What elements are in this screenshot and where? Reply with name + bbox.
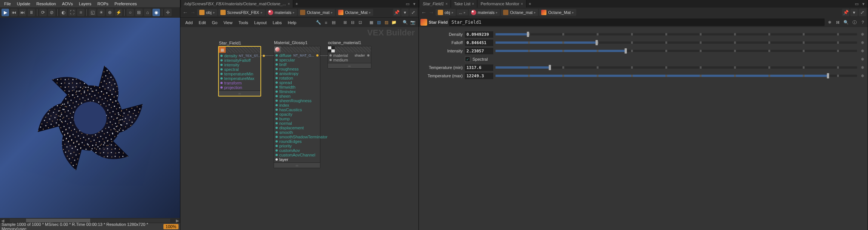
input-port[interactable] bbox=[329, 59, 332, 61]
port-spread[interactable]: spread bbox=[275, 80, 319, 85]
search-icon[interactable]: 🔍 bbox=[843, 19, 850, 26]
port-intensityFalloff[interactable]: intensityFalloff bbox=[220, 58, 259, 63]
contrast-icon[interactable]: ◐ bbox=[60, 9, 67, 16]
port-temperatureMin[interactable]: temperatureMin bbox=[220, 72, 259, 76]
menu-labs[interactable]: Labs bbox=[270, 19, 285, 26]
port-customAovChannel[interactable]: customAovChannel bbox=[275, 153, 319, 157]
port-layer[interactable]: layer bbox=[275, 157, 319, 162]
render-viewport[interactable] bbox=[0, 18, 180, 218]
port-index[interactable]: index bbox=[275, 103, 319, 107]
viewport-scrollbar[interactable]: ◀ ▶ bbox=[0, 218, 180, 223]
add-tab-button[interactable]: + bbox=[293, 1, 300, 7]
port-smoothShadowTerminator[interactable]: smoothShadowTerminator bbox=[275, 135, 319, 139]
port-roughness[interactable]: roughness bbox=[275, 67, 319, 71]
value-field[interactable]: 0.0949239 bbox=[465, 31, 493, 38]
input-port[interactable] bbox=[275, 86, 278, 88]
input-port[interactable] bbox=[220, 68, 223, 71]
input-port[interactable] bbox=[275, 81, 278, 84]
input-port[interactable] bbox=[275, 95, 278, 97]
menu-help[interactable]: Help bbox=[285, 19, 299, 26]
flag3-icon[interactable]: ▨ bbox=[383, 19, 390, 26]
input-port[interactable] bbox=[275, 136, 278, 138]
input-port[interactable] bbox=[275, 90, 278, 93]
node-handle[interactable]: ═ bbox=[219, 90, 260, 96]
target-icon[interactable]: ◉ bbox=[152, 9, 160, 16]
port-filmindex[interactable]: filmindex bbox=[275, 89, 319, 94]
port-spectral[interactable]: spectral bbox=[220, 67, 259, 72]
port-roundEdges[interactable]: roundEdges bbox=[275, 139, 319, 144]
port-diffuse[interactable]: diffuseNT_MAT_G... bbox=[275, 53, 319, 58]
grid-icon[interactable]: ⊞ bbox=[135, 9, 143, 16]
input-port[interactable] bbox=[275, 68, 278, 70]
crumb-obj[interactable]: obj▸ bbox=[197, 9, 217, 16]
slider[interactable] bbox=[496, 33, 857, 35]
slider[interactable] bbox=[496, 75, 857, 77]
port-sheen[interactable]: sheen bbox=[275, 94, 319, 98]
input-port[interactable] bbox=[220, 55, 223, 57]
menu-icon[interactable]: ▾ bbox=[861, 1, 866, 6]
port-sheenRoughness[interactable]: sheenRoughness bbox=[275, 98, 319, 103]
input-port[interactable] bbox=[275, 77, 278, 79]
gear-icon[interactable]: ❄ bbox=[859, 31, 865, 37]
forward-icon[interactable]: → bbox=[428, 9, 435, 16]
value-field[interactable]: 0.846451 bbox=[465, 40, 493, 46]
gear-icon[interactable]: ❄ bbox=[859, 40, 865, 46]
home-icon[interactable]: ⌂ bbox=[144, 9, 151, 16]
input-port[interactable] bbox=[220, 77, 223, 80]
gear-icon[interactable]: ❄ bbox=[859, 64, 865, 71]
menu-layout[interactable]: Layout bbox=[252, 19, 269, 26]
flag1-icon[interactable]: ▦ bbox=[368, 19, 375, 26]
port-filmwidth[interactable]: filmwidth bbox=[275, 85, 319, 89]
input-port[interactable] bbox=[275, 149, 278, 152]
menu-file[interactable]: File bbox=[2, 1, 14, 7]
back-icon[interactable]: ← bbox=[420, 9, 427, 16]
menu-tools[interactable]: Tools bbox=[236, 19, 251, 26]
camera-icon[interactable]: 📷 bbox=[409, 19, 416, 26]
expand-icon[interactable]: ⛶ bbox=[68, 9, 76, 16]
port-priority[interactable]: priority bbox=[275, 144, 319, 148]
node-graph[interactable]: VEX Builder Star_Field1 ▦ densityNT_TEX_… bbox=[180, 27, 419, 230]
port-opacity[interactable]: opacity bbox=[275, 112, 319, 117]
input-port[interactable] bbox=[275, 72, 278, 75]
grid1-icon[interactable]: ⊞ bbox=[342, 19, 348, 26]
tab-performance[interactable]: Performance Monitor× bbox=[477, 0, 526, 8]
port-intensity[interactable]: intensity bbox=[220, 63, 259, 67]
node-star-field[interactable]: Star_Field1 ▦ densityNT_TEX_ST...intensi… bbox=[218, 46, 261, 97]
input-port[interactable] bbox=[220, 86, 223, 89]
close-icon[interactable]: × bbox=[521, 2, 523, 6]
menu-add[interactable]: Add bbox=[183, 19, 195, 26]
node-name-field[interactable]: Star_Field1 bbox=[449, 18, 825, 26]
help-icon[interactable]: ? bbox=[859, 19, 866, 26]
link-icon[interactable]: ⊕ bbox=[106, 9, 114, 16]
port-transform[interactable]: transform bbox=[220, 81, 259, 85]
close-icon[interactable]: × bbox=[472, 2, 474, 6]
input-port[interactable] bbox=[275, 154, 278, 156]
flag2-icon[interactable]: ▧ bbox=[376, 19, 382, 26]
port-bump[interactable]: bump bbox=[275, 117, 319, 121]
value-field[interactable]: 2.23057 bbox=[465, 48, 493, 54]
stop-icon[interactable]: ⊘ bbox=[48, 9, 55, 16]
node-octane-material[interactable]: octane_material1 materialshadermedium ═ bbox=[328, 46, 371, 69]
bolt-icon[interactable]: ⚡ bbox=[115, 9, 122, 16]
port-brdf[interactable]: brdf bbox=[275, 62, 319, 67]
dropdown-icon[interactable]: ▾ bbox=[850, 9, 858, 16]
input-port[interactable] bbox=[275, 118, 278, 120]
crumb-Octane_mat[interactable]: Octane_mat▸ bbox=[298, 9, 335, 16]
gear-icon[interactable]: ❄ bbox=[859, 56, 865, 62]
menu-preferences[interactable]: Preferences bbox=[112, 1, 139, 7]
input-port[interactable] bbox=[220, 73, 223, 75]
crumb-obj[interactable]: obj▸ bbox=[436, 9, 456, 16]
input-port[interactable] bbox=[275, 140, 278, 143]
menu-edit[interactable]: Edit bbox=[196, 19, 209, 26]
list-icon[interactable]: ≡ bbox=[323, 19, 329, 26]
crumb-...[interactable]: ...▸ bbox=[457, 9, 468, 15]
menu-view[interactable]: View bbox=[221, 19, 235, 26]
dropdown-icon[interactable]: ▾ bbox=[401, 9, 409, 16]
port-hasCaustics[interactable]: hasCaustics bbox=[275, 107, 319, 112]
input-port[interactable] bbox=[220, 64, 223, 66]
h-icon[interactable]: H bbox=[834, 19, 841, 26]
node-handle[interactable]: ═ bbox=[328, 63, 371, 68]
maximize-icon[interactable]: ▭ bbox=[854, 1, 859, 6]
back-icon[interactable]: ← bbox=[182, 9, 189, 16]
page-icon[interactable]: ▤ bbox=[330, 19, 337, 26]
